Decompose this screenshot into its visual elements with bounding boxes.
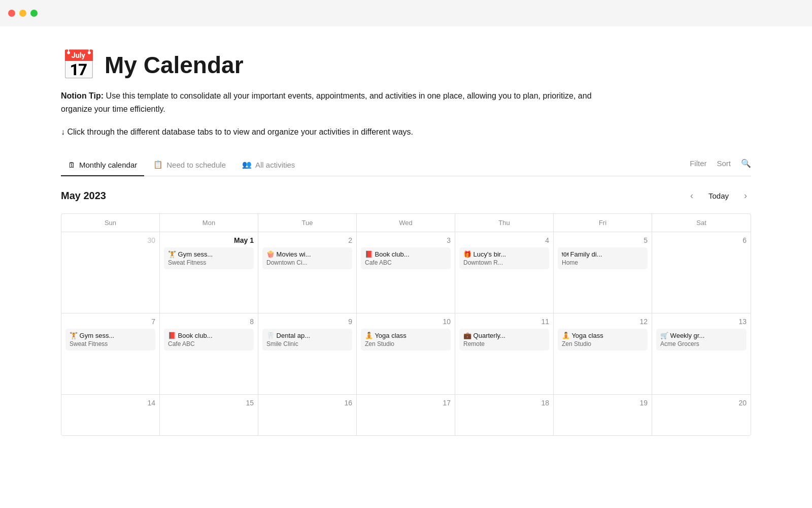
event-title: 🏋 Gym sess...	[168, 250, 250, 258]
day-number: 3	[361, 236, 451, 244]
day-number: 12	[558, 318, 648, 326]
day-header-tue: Tue	[258, 214, 357, 232]
tab-need-to-schedule[interactable]: 📋 Need to schedule	[146, 155, 233, 176]
close-button[interactable]	[8, 10, 15, 17]
calendar-month: May 2023	[61, 190, 106, 202]
event-title: 📕 Book club...	[168, 332, 250, 339]
day-headers: Sun Mon Tue Wed Thu Fri Sat	[61, 214, 751, 232]
event-title: 🛒 Weekly gr...	[660, 332, 742, 339]
event-card[interactable]: 🛒 Weekly gr...Acme Grocers	[656, 329, 747, 351]
day-number: 9	[262, 318, 352, 326]
tab-activities-label: All activities	[255, 161, 295, 169]
calendar-day[interactable]: 15	[160, 395, 258, 435]
day-number: 30	[65, 236, 155, 244]
event-card[interactable]: 🦷 Dental ap...Smile Clinic	[262, 329, 352, 351]
day-number: 13	[656, 318, 747, 326]
day-number: 8	[164, 318, 254, 326]
event-card[interactable]: 🎁 Lucy's bir...Downtown R...	[459, 247, 549, 269]
calendar-day[interactable]: 8📕 Book club...Cafe ABC	[160, 313, 258, 394]
event-title: 🧘 Yoga class	[365, 332, 447, 339]
day-number: 20	[656, 399, 747, 407]
event-location: Sweat Fitness	[168, 259, 250, 266]
maximize-button[interactable]	[30, 10, 38, 17]
page-title: My Calendar	[105, 51, 244, 79]
event-card[interactable]: 🏋 Gym sess...Sweat Fitness	[65, 329, 155, 351]
event-location: Sweat Fitness	[70, 340, 151, 347]
calendar-day[interactable]: 5🍽 Family di...Home	[554, 232, 652, 313]
calendar-day[interactable]: 6	[652, 232, 751, 313]
calendar-day[interactable]: May 1🏋 Gym sess...Sweat Fitness	[160, 232, 258, 313]
calendar-day[interactable]: 13🛒 Weekly gr...Acme Grocers	[652, 313, 751, 394]
tip-text: Notion Tip: Use this template to consoli…	[61, 89, 619, 115]
event-card[interactable]: 💼 Quarterly...Remote	[459, 329, 549, 351]
prev-month-button[interactable]: ‹	[686, 188, 697, 203]
event-card[interactable]: 🧘 Yoga classZen Studio	[558, 329, 648, 351]
event-card[interactable]: 📕 Book club...Cafe ABC	[361, 247, 451, 269]
calendar-day[interactable]: 18	[455, 395, 554, 435]
clipboard-icon: 📋	[153, 160, 163, 169]
calendar-day[interactable]: 14	[61, 395, 160, 435]
event-title: 🧘 Yoga class	[562, 332, 644, 339]
today-button[interactable]: Today	[703, 189, 734, 202]
day-number: 16	[262, 399, 352, 407]
event-title: 🎁 Lucy's bir...	[463, 250, 545, 258]
hint-text: ↓ Click through the different database t…	[61, 128, 751, 137]
day-number: 5	[558, 236, 648, 244]
event-location: Downtown Ci...	[266, 259, 348, 266]
event-location: Zen Studio	[365, 340, 447, 347]
search-icon[interactable]: 🔍	[741, 158, 751, 168]
day-number: May 1	[164, 236, 254, 244]
tab-all-activities[interactable]: 👥 All activities	[235, 155, 302, 176]
calendar-day[interactable]: 2🍿 Movies wi...Downtown Ci...	[258, 232, 357, 313]
calendar-day[interactable]: 17	[357, 395, 455, 435]
minimize-button[interactable]	[19, 10, 26, 17]
calendar-day[interactable]: 3📕 Book club...Cafe ABC	[357, 232, 455, 313]
people-icon: 👥	[242, 160, 252, 169]
day-header-mon: Mon	[160, 214, 258, 232]
day-header-fri: Fri	[554, 214, 652, 232]
day-number: 6	[656, 236, 747, 244]
page-header: 📅 My Calendar	[61, 51, 751, 79]
sort-button[interactable]: Sort	[717, 159, 731, 168]
calendar-day[interactable]: 30	[61, 232, 160, 313]
tabs-left: 🗓 Monthly calendar 📋 Need to schedule 👥 …	[61, 155, 690, 176]
event-location: Home	[562, 259, 644, 266]
filter-button[interactable]: Filter	[690, 159, 706, 168]
event-card[interactable]: 🧘 Yoga classZen Studio	[361, 329, 451, 351]
page-icon: 📅	[61, 51, 96, 79]
calendar-day[interactable]: 20	[652, 395, 751, 435]
calendar-day[interactable]: 4🎁 Lucy's bir...Downtown R...	[455, 232, 554, 313]
tab-monthly-calendar[interactable]: 🗓 Monthly calendar	[61, 155, 144, 176]
day-number: 7	[65, 318, 155, 326]
calendar-day[interactable]: 10🧘 Yoga classZen Studio	[357, 313, 455, 394]
day-number: 17	[361, 399, 451, 407]
event-location: Cafe ABC	[365, 259, 447, 266]
event-location: Zen Studio	[562, 340, 644, 347]
event-title: 🦷 Dental ap...	[266, 332, 348, 339]
event-card[interactable]: 📕 Book club...Cafe ABC	[164, 329, 254, 351]
tab-monthly-label: Monthly calendar	[79, 161, 137, 169]
event-title: 🍿 Movies wi...	[266, 250, 348, 258]
event-title: 🏋 Gym sess...	[70, 332, 151, 339]
calendar-nav: May 2023 ‹ Today ›	[61, 188, 751, 203]
calendar-icon: 🗓	[68, 161, 76, 169]
calendar-day[interactable]: 12🧘 Yoga classZen Studio	[554, 313, 652, 394]
calendar-week-2: 7🏋 Gym sess...Sweat Fitness8📕 Book club.…	[61, 313, 751, 395]
day-header-sat: Sat	[652, 214, 751, 232]
event-title: 📕 Book club...	[365, 250, 447, 258]
calendar-day[interactable]: 7🏋 Gym sess...Sweat Fitness	[61, 313, 160, 394]
event-title: 🍽 Family di...	[562, 250, 644, 258]
event-card[interactable]: 🍿 Movies wi...Downtown Ci...	[262, 247, 352, 269]
event-title: 💼 Quarterly...	[463, 332, 545, 339]
day-header-sun: Sun	[61, 214, 160, 232]
event-card[interactable]: 🍽 Family di...Home	[558, 247, 648, 269]
calendar-day[interactable]: 11💼 Quarterly...Remote	[455, 313, 554, 394]
calendar-day[interactable]: 16	[258, 395, 357, 435]
event-location: Smile Clinic	[266, 340, 348, 347]
day-number: 19	[558, 399, 648, 407]
calendar-day[interactable]: 9🦷 Dental ap...Smile Clinic	[258, 313, 357, 394]
next-month-button[interactable]: ›	[740, 188, 751, 203]
tip-label: Notion Tip:	[61, 91, 104, 100]
event-card[interactable]: 🏋 Gym sess...Sweat Fitness	[164, 247, 254, 269]
calendar-day[interactable]: 19	[554, 395, 652, 435]
